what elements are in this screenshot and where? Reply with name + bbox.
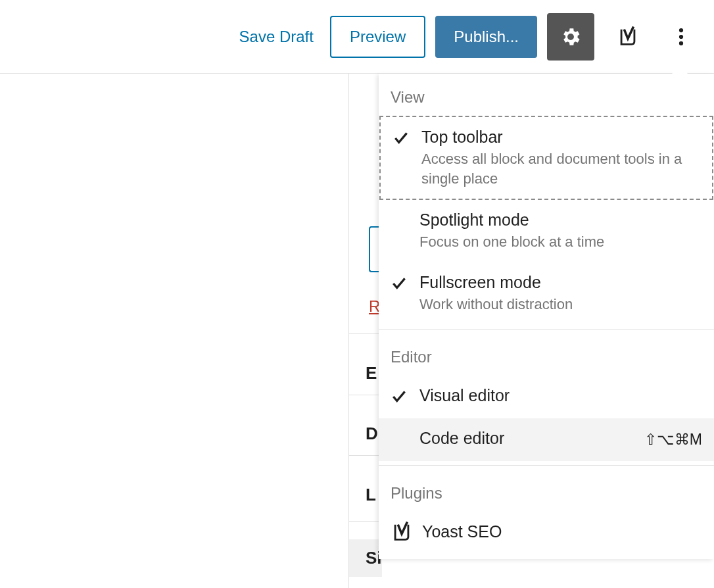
menu-item-body: Top toolbar Access all block and documen… [421,128,700,188]
menu-item-body: Fullscreen mode Work without distraction [419,273,702,314]
keyboard-shortcut: ⇧⌥⌘M [636,431,702,449]
menu-item-body: Spotlight mode Focus on one block at a t… [419,210,702,252]
svg-point-1 [679,34,683,38]
menu-item-body: Code editor [419,429,636,451]
menu-item-body: Visual editor [419,386,702,408]
editor-section-header: Editor [379,333,714,376]
menu-item-spotlight-mode[interactable]: Spotlight mode Focus on one block at a t… [379,200,714,262]
menu-item-fullscreen-mode[interactable]: Fullscreen mode Work without distraction [379,262,714,325]
menu-item-title: Yoast SEO [422,522,502,541]
menu-item-desc: Focus on one block at a time [419,232,702,252]
menu-item-top-toolbar[interactable]: Top toolbar Access all block and documen… [379,116,713,200]
menu-item-title: Visual editor [419,386,702,405]
partial-label-si: Si [349,539,382,577]
menu-item-desc: Work without distraction [419,295,702,314]
divider [349,455,381,456]
check-icon [391,275,408,292]
partial-label-l: L [366,485,376,505]
menu-item-title: Code editor [419,429,636,448]
plugins-section-header: Plugins [379,470,714,512]
menu-item-title: Fullscreen mode [419,273,702,292]
menu-item-title: Spotlight mode [419,210,702,230]
check-icon [393,130,410,147]
toolbar: Save Draft Preview Publish... [0,0,714,74]
menu-item-desc: Access all block and document tools in a… [421,149,700,188]
view-section-header: View [379,74,714,116]
settings-button[interactable] [547,13,594,61]
svg-point-0 [679,28,683,32]
menu-item-title: Top toolbar [421,128,700,147]
partial-label-d: D [366,424,378,444]
check-indicator [391,429,419,431]
publish-button[interactable]: Publish... [435,16,537,58]
divider [379,329,714,330]
more-options-button[interactable] [661,13,701,61]
menu-item-yoast-seo[interactable]: Yoast SEO [379,512,714,552]
check-indicator [391,210,419,212]
svg-point-2 [679,41,683,45]
partial-label-e: E [366,363,377,383]
more-vertical-icon [670,26,692,48]
yoast-icon [391,521,413,543]
sidebar-panel-strip: R E D L Si [348,74,381,588]
divider [379,465,714,466]
check-icon [391,388,408,405]
gear-icon [559,26,582,48]
menu-item-code-editor[interactable]: Code editor ⇧⌥⌘M [379,418,714,461]
check-indicator [393,128,421,147]
check-indicator [391,273,419,292]
yoast-button[interactable] [604,13,652,61]
more-options-dropdown: View Top toolbar Access all block and do… [379,74,714,559]
divider [349,395,381,395]
check-indicator [391,386,419,405]
divider [349,521,381,522]
preview-button[interactable]: Preview [330,16,425,58]
divider [349,333,381,334]
menu-item-visual-editor[interactable]: Visual editor [379,376,714,418]
save-draft-button[interactable]: Save Draft [233,20,320,54]
yoast-icon [617,26,639,48]
